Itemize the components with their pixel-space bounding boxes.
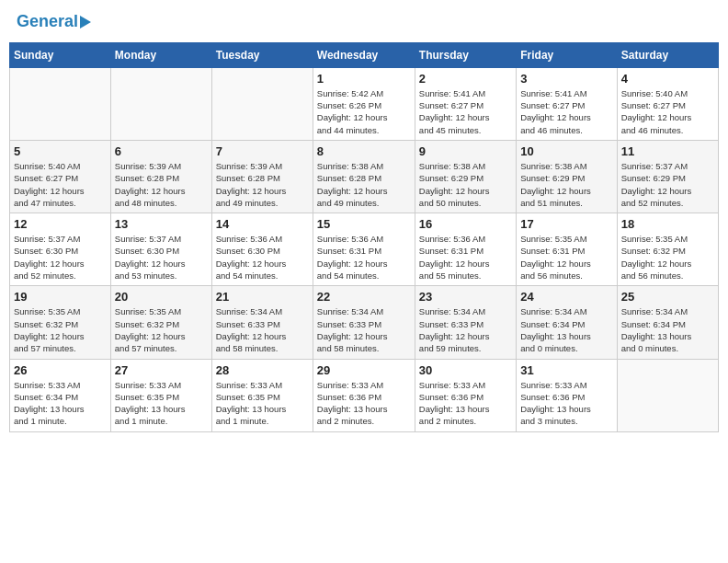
calendar-week-4: 19Sunrise: 5:35 AM Sunset: 6:32 PM Dayli… xyxy=(10,286,719,359)
column-header-friday: Friday xyxy=(517,42,617,67)
day-info: Sunrise: 5:33 AM Sunset: 6:36 PM Dayligh… xyxy=(419,379,512,428)
calendar-cell: 8Sunrise: 5:38 AM Sunset: 6:28 PM Daylig… xyxy=(313,140,415,213)
day-info: Sunrise: 5:40 AM Sunset: 6:27 PM Dayligh… xyxy=(14,160,107,209)
day-info: Sunrise: 5:33 AM Sunset: 6:36 PM Dayligh… xyxy=(520,379,612,428)
day-info: Sunrise: 5:37 AM Sunset: 6:30 PM Dayligh… xyxy=(14,233,107,282)
calendar-cell: 19Sunrise: 5:35 AM Sunset: 6:32 PM Dayli… xyxy=(10,286,111,359)
day-number: 7 xyxy=(216,144,309,158)
calendar-cell: 25Sunrise: 5:34 AM Sunset: 6:34 PM Dayli… xyxy=(617,286,718,359)
day-info: Sunrise: 5:35 AM Sunset: 6:31 PM Dayligh… xyxy=(520,233,612,282)
day-info: Sunrise: 5:36 AM Sunset: 6:31 PM Dayligh… xyxy=(317,233,411,282)
day-info: Sunrise: 5:39 AM Sunset: 6:28 PM Dayligh… xyxy=(216,160,309,209)
day-number: 2 xyxy=(419,72,512,86)
calendar-cell: 26Sunrise: 5:33 AM Sunset: 6:34 PM Dayli… xyxy=(10,359,111,431)
day-info: Sunrise: 5:33 AM Sunset: 6:34 PM Dayligh… xyxy=(14,379,107,428)
day-info: Sunrise: 5:38 AM Sunset: 6:29 PM Dayligh… xyxy=(520,160,612,209)
day-info: Sunrise: 5:38 AM Sunset: 6:29 PM Dayligh… xyxy=(419,160,512,209)
calendar-cell: 14Sunrise: 5:36 AM Sunset: 6:30 PM Dayli… xyxy=(211,213,313,286)
day-number: 30 xyxy=(419,363,512,377)
day-number: 23 xyxy=(419,290,512,304)
logo-general: General xyxy=(17,12,78,30)
day-info: Sunrise: 5:37 AM Sunset: 6:30 PM Dayligh… xyxy=(115,233,208,282)
column-header-tuesday: Tuesday xyxy=(211,42,313,67)
calendar-cell: 5Sunrise: 5:40 AM Sunset: 6:27 PM Daylig… xyxy=(10,140,111,213)
day-number: 10 xyxy=(520,144,612,158)
calendar-cell: 6Sunrise: 5:39 AM Sunset: 6:28 PM Daylig… xyxy=(110,140,211,213)
day-number: 25 xyxy=(621,290,714,304)
day-number: 26 xyxy=(14,363,107,377)
column-header-saturday: Saturday xyxy=(617,42,718,67)
column-header-wednesday: Wednesday xyxy=(313,42,415,67)
calendar-cell: 3Sunrise: 5:41 AM Sunset: 6:27 PM Daylig… xyxy=(517,67,617,140)
calendar-table: SundayMondayTuesdayWednesdayThursdayFrid… xyxy=(9,42,719,432)
calendar-cell: 27Sunrise: 5:33 AM Sunset: 6:35 PM Dayli… xyxy=(110,359,211,431)
calendar-week-1: 1Sunrise: 5:42 AM Sunset: 6:26 PM Daylig… xyxy=(10,67,719,140)
day-info: Sunrise: 5:33 AM Sunset: 6:36 PM Dayligh… xyxy=(317,379,411,428)
day-number: 17 xyxy=(520,217,612,231)
calendar-cell xyxy=(10,67,111,140)
calendar-cell: 23Sunrise: 5:34 AM Sunset: 6:33 PM Dayli… xyxy=(415,286,516,359)
calendar-cell: 9Sunrise: 5:38 AM Sunset: 6:29 PM Daylig… xyxy=(415,140,516,213)
calendar-cell: 15Sunrise: 5:36 AM Sunset: 6:31 PM Dayli… xyxy=(313,213,415,286)
column-header-thursday: Thursday xyxy=(415,42,516,67)
day-info: Sunrise: 5:36 AM Sunset: 6:30 PM Dayligh… xyxy=(216,233,309,282)
calendar-cell: 31Sunrise: 5:33 AM Sunset: 6:36 PM Dayli… xyxy=(517,359,617,431)
logo-arrow-icon xyxy=(80,16,91,29)
day-number: 5 xyxy=(14,144,107,158)
day-info: Sunrise: 5:34 AM Sunset: 6:34 PM Dayligh… xyxy=(520,305,612,354)
day-number: 28 xyxy=(216,363,309,377)
calendar-cell: 16Sunrise: 5:36 AM Sunset: 6:31 PM Dayli… xyxy=(415,213,516,286)
calendar-cell: 24Sunrise: 5:34 AM Sunset: 6:34 PM Dayli… xyxy=(517,286,617,359)
day-number: 16 xyxy=(419,217,512,231)
day-number: 24 xyxy=(520,290,612,304)
calendar-cell: 2Sunrise: 5:41 AM Sunset: 6:27 PM Daylig… xyxy=(415,67,516,140)
calendar-cell: 21Sunrise: 5:34 AM Sunset: 6:33 PM Dayli… xyxy=(211,286,313,359)
day-number: 29 xyxy=(317,363,411,377)
day-info: Sunrise: 5:34 AM Sunset: 6:33 PM Dayligh… xyxy=(419,305,512,354)
day-number: 3 xyxy=(520,72,612,86)
day-info: Sunrise: 5:33 AM Sunset: 6:35 PM Dayligh… xyxy=(115,379,208,428)
day-info: Sunrise: 5:38 AM Sunset: 6:28 PM Dayligh… xyxy=(317,160,411,209)
calendar-cell: 29Sunrise: 5:33 AM Sunset: 6:36 PM Dayli… xyxy=(313,359,415,431)
day-number: 15 xyxy=(317,217,411,231)
day-number: 1 xyxy=(317,72,411,86)
day-number: 21 xyxy=(216,290,309,304)
day-info: Sunrise: 5:42 AM Sunset: 6:26 PM Dayligh… xyxy=(317,87,411,136)
calendar-cell xyxy=(110,67,211,140)
logo: General xyxy=(17,13,91,31)
day-info: Sunrise: 5:41 AM Sunset: 6:27 PM Dayligh… xyxy=(520,87,612,136)
day-info: Sunrise: 5:34 AM Sunset: 6:33 PM Dayligh… xyxy=(216,305,309,354)
day-info: Sunrise: 5:35 AM Sunset: 6:32 PM Dayligh… xyxy=(621,233,714,282)
day-info: Sunrise: 5:33 AM Sunset: 6:35 PM Dayligh… xyxy=(216,379,309,428)
calendar-cell: 20Sunrise: 5:35 AM Sunset: 6:32 PM Dayli… xyxy=(110,286,211,359)
day-number: 31 xyxy=(520,363,612,377)
day-number: 19 xyxy=(14,290,107,304)
day-info: Sunrise: 5:37 AM Sunset: 6:29 PM Dayligh… xyxy=(621,160,714,209)
calendar-cell: 10Sunrise: 5:38 AM Sunset: 6:29 PM Dayli… xyxy=(517,140,617,213)
calendar-week-3: 12Sunrise: 5:37 AM Sunset: 6:30 PM Dayli… xyxy=(10,213,719,286)
calendar-cell: 12Sunrise: 5:37 AM Sunset: 6:30 PM Dayli… xyxy=(10,213,111,286)
calendar-cell xyxy=(211,67,313,140)
day-number: 22 xyxy=(317,290,411,304)
calendar-cell: 18Sunrise: 5:35 AM Sunset: 6:32 PM Dayli… xyxy=(617,213,718,286)
calendar-cell: 4Sunrise: 5:40 AM Sunset: 6:27 PM Daylig… xyxy=(617,67,718,140)
day-number: 20 xyxy=(115,290,208,304)
calendar-cell: 13Sunrise: 5:37 AM Sunset: 6:30 PM Dayli… xyxy=(110,213,211,286)
calendar-cell: 11Sunrise: 5:37 AM Sunset: 6:29 PM Dayli… xyxy=(617,140,718,213)
day-info: Sunrise: 5:34 AM Sunset: 6:34 PM Dayligh… xyxy=(621,305,714,354)
day-number: 18 xyxy=(621,217,714,231)
day-number: 11 xyxy=(621,144,714,158)
calendar-cell: 1Sunrise: 5:42 AM Sunset: 6:26 PM Daylig… xyxy=(313,67,415,140)
day-number: 27 xyxy=(115,363,208,377)
day-info: Sunrise: 5:41 AM Sunset: 6:27 PM Dayligh… xyxy=(419,87,512,136)
day-info: Sunrise: 5:36 AM Sunset: 6:31 PM Dayligh… xyxy=(419,233,512,282)
day-info: Sunrise: 5:39 AM Sunset: 6:28 PM Dayligh… xyxy=(115,160,208,209)
day-number: 12 xyxy=(14,217,107,231)
calendar-cell xyxy=(617,359,718,431)
calendar-cell: 7Sunrise: 5:39 AM Sunset: 6:28 PM Daylig… xyxy=(211,140,313,213)
day-info: Sunrise: 5:40 AM Sunset: 6:27 PM Dayligh… xyxy=(621,87,714,136)
day-number: 4 xyxy=(621,72,714,86)
day-info: Sunrise: 5:35 AM Sunset: 6:32 PM Dayligh… xyxy=(14,305,107,354)
column-header-monday: Monday xyxy=(110,42,211,67)
calendar-cell: 28Sunrise: 5:33 AM Sunset: 6:35 PM Dayli… xyxy=(211,359,313,431)
